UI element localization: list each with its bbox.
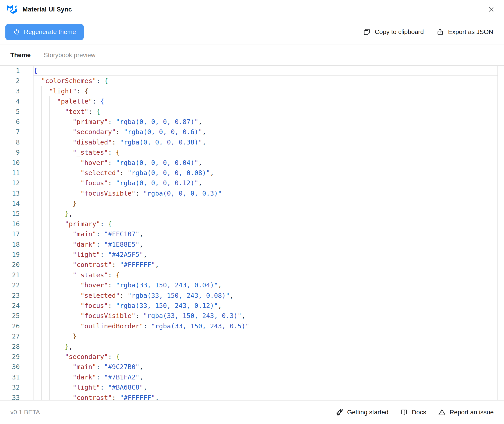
- indent-guide: [41, 249, 42, 260]
- tab-storybook-preview[interactable]: Storybook preview: [44, 51, 95, 59]
- code-line[interactable]: 30"main": "#9C27B0",: [0, 362, 504, 372]
- indent-guide: [49, 219, 50, 229]
- code-line[interactable]: 15},: [0, 209, 504, 219]
- code-line[interactable]: 25"focusVisible": "rgba(33, 150, 243, 0.…: [0, 311, 504, 321]
- code-line[interactable]: 1{: [0, 66, 504, 76]
- tab-theme[interactable]: Theme: [10, 51, 31, 59]
- export-as-json-button[interactable]: Export as JSON: [436, 28, 493, 36]
- indent-guide: [49, 199, 50, 209]
- code-line[interactable]: 33"contrast": "#FFFFFF",: [0, 393, 504, 400]
- code-line[interactable]: 32"light": "#BA68C8",: [0, 382, 504, 393]
- indent-guide: [57, 219, 57, 229]
- code-line[interactable]: 9"_states": {: [0, 147, 504, 157]
- code-line-text: "_states": {: [73, 147, 120, 157]
- code-line[interactable]: 31"dark": "#7B1FA2",: [0, 372, 504, 382]
- indent-guide: [49, 178, 50, 188]
- code-line[interactable]: 11"selected": "rgba(0, 0, 0, 0.08)",: [0, 168, 504, 178]
- code-line[interactable]: 4"palette": {: [0, 96, 504, 106]
- line-number: 25: [0, 311, 20, 321]
- code-line[interactable]: 7"secondary": "rgba(0, 0, 0, 0.6)",: [0, 127, 504, 137]
- indent-guide: [73, 311, 73, 321]
- code-line[interactable]: 28},: [0, 342, 504, 352]
- indent-guide: [65, 311, 65, 321]
- code-line[interactable]: 20"contrast": "#FFFFFF",: [0, 260, 504, 270]
- line-number: 11: [0, 168, 20, 178]
- indent-guide: [41, 178, 42, 188]
- indent-guide: [49, 117, 50, 127]
- code-line-text: "dark": "#7B1FA2",: [73, 372, 143, 382]
- code-area[interactable]: 1{2"colorSchemes": {3"light": {4"palette…: [0, 66, 504, 400]
- scrollbar-separator[interactable]: [498, 66, 498, 400]
- line-number: 15: [0, 209, 20, 219]
- code-line[interactable]: 8"disabled": "rgba(0, 0, 0, 0.38)",: [0, 137, 504, 147]
- code-line[interactable]: 10"hover": "rgba(0, 0, 0, 0.04)",: [0, 158, 504, 168]
- code-line[interactable]: 19"light": "#42A5F5",: [0, 249, 504, 260]
- code-line[interactable]: 23"selected": "rgba(33, 150, 243, 0.08)"…: [0, 291, 504, 301]
- code-line[interactable]: 12"focus": "rgba(0, 0, 0, 0.12)",: [0, 178, 504, 188]
- indent-guide: [57, 229, 57, 239]
- gutter-separator: [33, 66, 33, 400]
- code-line[interactable]: 18"dark": "#1E88E5",: [0, 239, 504, 249]
- docs-link[interactable]: Docs: [400, 408, 426, 416]
- code-line[interactable]: 2"colorSchemes": {: [0, 76, 504, 86]
- line-number: 3: [0, 86, 20, 96]
- line-number: 16: [0, 219, 20, 229]
- indent-guide: [57, 188, 57, 199]
- code-line-text: "text": {: [65, 107, 100, 117]
- indent-guide: [65, 158, 65, 168]
- code-line-text: "focusVisible": "rgba(0, 0, 0, 0.3)": [80, 188, 222, 199]
- indent-guide: [49, 382, 50, 393]
- export-as-json-label: Export as JSON: [448, 28, 493, 36]
- code-line[interactable]: 13"focusVisible": "rgba(0, 0, 0, 0.3)": [0, 188, 504, 199]
- indent-guide: [41, 372, 42, 382]
- indent-guide: [57, 352, 57, 362]
- indent-guide: [41, 362, 42, 372]
- indent-guide: [41, 158, 42, 168]
- code-line[interactable]: 26"outlinedBorder": "rgba(33, 150, 243, …: [0, 321, 504, 331]
- code-line[interactable]: 6"primary": "rgba(0, 0, 0, 0.87)",: [0, 117, 504, 127]
- indent-guide: [73, 291, 73, 301]
- indent-guide: [41, 209, 42, 219]
- indent-guide: [41, 311, 42, 321]
- code-line[interactable]: 22"hover": "rgba(33, 150, 243, 0.04)",: [0, 280, 504, 290]
- indent-guide: [65, 147, 65, 157]
- indent-guide: [65, 372, 65, 382]
- indent-guide: [73, 168, 73, 178]
- indent-guide: [41, 331, 42, 341]
- copy-to-clipboard-button[interactable]: Copy to clipboard: [363, 28, 424, 36]
- code-line-text: "focusVisible": "rgba(33, 150, 243, 0.3)…: [80, 311, 245, 321]
- indent-guide: [41, 86, 42, 96]
- close-button[interactable]: [487, 6, 495, 13]
- code-line-text: "secondary": "rgba(0, 0, 0, 0.6)",: [73, 127, 206, 137]
- code-line[interactable]: 27}: [0, 331, 504, 341]
- indent-guide: [57, 280, 57, 290]
- code-line[interactable]: 5"text": {: [0, 107, 504, 117]
- indent-guide: [57, 168, 57, 178]
- line-number: 28: [0, 342, 20, 352]
- indent-guide: [65, 321, 65, 331]
- code-line[interactable]: 3"light": {: [0, 86, 504, 96]
- line-number: 2: [0, 76, 20, 86]
- indent-guide: [49, 342, 50, 352]
- code-line-text: "dark": "#1E88E5",: [73, 239, 143, 249]
- code-line[interactable]: 21"_states": {: [0, 270, 504, 280]
- line-number: 19: [0, 249, 20, 260]
- code-line[interactable]: 16"primary": {: [0, 219, 504, 229]
- code-line[interactable]: 24"focus": "rgba(33, 150, 243, 0.12)",: [0, 301, 504, 311]
- indent-guide: [49, 301, 50, 311]
- indent-guide: [49, 280, 50, 290]
- code-line[interactable]: 29"secondary": {: [0, 352, 504, 362]
- getting-started-link[interactable]: Getting started: [335, 408, 388, 416]
- indent-guide: [41, 127, 42, 137]
- indent-guide: [57, 178, 57, 188]
- line-number: 21: [0, 270, 20, 280]
- code-line[interactable]: 17"main": "#FFC107",: [0, 229, 504, 239]
- code-line[interactable]: 14}: [0, 199, 504, 209]
- code-line-text: "light": {: [49, 86, 89, 96]
- regenerate-theme-button[interactable]: Regenerate theme: [5, 24, 84, 40]
- line-number: 4: [0, 96, 20, 106]
- theme-code-editor[interactable]: 1{2"colorSchemes": {3"light": {4"palette…: [0, 66, 504, 400]
- indent-guide: [57, 260, 57, 270]
- report-an-issue-link[interactable]: Report an issue: [438, 408, 494, 416]
- indent-guide: [57, 270, 57, 280]
